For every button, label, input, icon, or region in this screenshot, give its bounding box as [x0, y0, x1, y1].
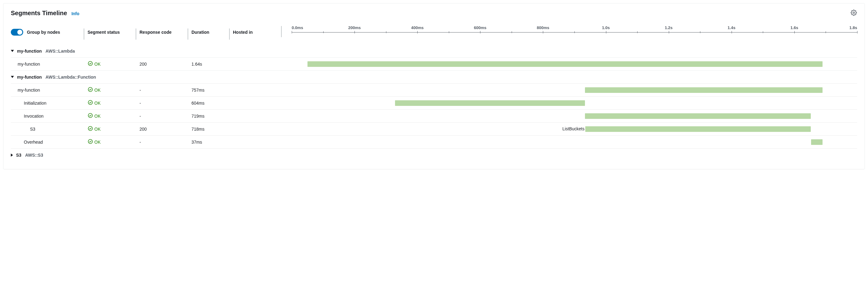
chevron-down-icon[interactable]: [11, 76, 14, 78]
segment-status-cell: OK: [88, 87, 140, 93]
ruler-tick-label: 1.6s: [790, 25, 798, 30]
ruler-tick-label: 800ms: [537, 25, 549, 30]
segment-row[interactable]: S3OK200718msListBuckets: [11, 123, 857, 136]
segment-row[interactable]: InitializationOK-604ms: [11, 96, 857, 110]
ruler-tick-label: 1.4s: [727, 25, 735, 30]
ruler-tick: [417, 31, 417, 33]
timeline-ruler-area: 0.0ms200ms400ms600ms800ms1.0s1.2s1.4s1.6…: [285, 27, 857, 37]
bar-area: [292, 100, 857, 106]
check-circle-icon: [88, 100, 93, 106]
check-circle-icon: [88, 61, 93, 67]
ruler-minor-tick: [323, 31, 323, 33]
timeline-bar: [811, 139, 823, 145]
segment-status-cell: OK: [88, 61, 140, 67]
columns-header-row: Group by nodes Segment status Response c…: [11, 25, 857, 39]
timeline-bar: [585, 87, 823, 93]
group-name: my-function: [17, 75, 42, 80]
segment-status-cell: OK: [88, 113, 140, 119]
status-ok: OK: [88, 87, 100, 93]
group-header[interactable]: my-functionAWS::Lambda::Function: [11, 70, 857, 84]
segment-duration-cell: 757ms: [191, 88, 233, 93]
ruler-tick-label: 0.0ms: [292, 25, 303, 30]
segment-bar-cell: [285, 113, 857, 119]
check-circle-icon: [88, 113, 93, 119]
status-text: OK: [94, 62, 100, 66]
timeline-bar: [585, 113, 811, 119]
segment-name: Overhead: [18, 140, 43, 145]
bar-area: [292, 87, 857, 93]
segment-name-cell: my-function: [11, 62, 88, 66]
segment-row[interactable]: OverheadOK-37ms: [11, 136, 857, 149]
segment-bar-cell: [285, 87, 857, 93]
group-header[interactable]: my-functionAWS::Lambda: [11, 45, 857, 58]
segment-row[interactable]: my-functionOK2001.64s: [11, 58, 857, 70]
column-header-duration: Duration: [191, 30, 233, 35]
segment-name-cell: my-function: [11, 88, 88, 93]
status-text: OK: [94, 114, 100, 119]
segment-bar-cell: [285, 100, 857, 106]
timeline-bar: [395, 100, 585, 106]
segment-row[interactable]: my-functionOK-757ms: [11, 84, 857, 96]
ruler-tick: [669, 31, 669, 33]
segment-duration-cell: 719ms: [191, 114, 233, 119]
ruler-tick-label: 600ms: [474, 25, 486, 30]
chevron-right-icon[interactable]: [11, 153, 13, 157]
segment-bar-cell: ListBuckets: [285, 126, 857, 132]
status-ok: OK: [88, 126, 100, 132]
info-link[interactable]: Info: [71, 11, 80, 16]
ruler-minor-tick: [637, 31, 638, 33]
group-name: S3: [16, 153, 21, 157]
segment-name: my-function: [18, 88, 40, 93]
panel-title-wrap: Segments Timeline Info: [11, 9, 80, 17]
ruler-minor-tick: [386, 31, 386, 33]
ruler-tick: [354, 31, 355, 33]
status-text: OK: [94, 88, 100, 93]
segment-name-cell: Invocation: [11, 114, 88, 119]
segment-duration-cell: 718ms: [191, 126, 233, 132]
ruler-tick-label: 1.2s: [665, 25, 673, 30]
column-header-hosted: Hosted in: [233, 30, 285, 35]
segment-code-cell: 200: [140, 126, 191, 132]
segment-row[interactable]: InvocationOK-719ms: [11, 110, 857, 123]
ruler-tick: [606, 31, 606, 33]
group-by-label: Group by nodes: [27, 30, 60, 35]
segment-name: Initialization: [18, 100, 46, 106]
status-ok: OK: [88, 139, 100, 145]
group-type: AWS::Lambda: [45, 49, 75, 54]
ruler-tick-label: 400ms: [411, 25, 424, 30]
ruler-tick-label: 1.8s: [849, 25, 857, 30]
group-by-control: Group by nodes: [11, 29, 88, 36]
ruler-minor-tick: [826, 31, 826, 33]
segment-name: Invocation: [18, 114, 43, 119]
group-header[interactable]: S3AWS::S3: [11, 149, 857, 162]
ruler-tick: [543, 31, 543, 33]
status-ok: OK: [88, 100, 100, 106]
settings-button[interactable]: [850, 10, 857, 17]
ruler-tick: [732, 31, 732, 33]
bar-area: ListBuckets: [292, 126, 857, 132]
check-circle-icon: [88, 126, 93, 132]
timeline-bar: [308, 61, 823, 67]
segment-duration-cell: 37ms: [191, 140, 233, 145]
check-circle-icon: [88, 139, 93, 145]
status-text: OK: [94, 126, 100, 132]
segment-code-cell: -: [140, 100, 191, 106]
bar-area: [292, 139, 857, 145]
group-by-toggle[interactable]: [11, 29, 23, 36]
chevron-down-icon[interactable]: [11, 50, 14, 52]
group-type: AWS::S3: [25, 153, 43, 157]
segment-status-cell: OK: [88, 100, 140, 106]
segment-bar-cell: [285, 61, 857, 67]
ruler-tick: [857, 31, 858, 33]
status-ok: OK: [88, 113, 100, 119]
segments-timeline-panel: Segments Timeline Info Group by nodes Se…: [3, 3, 865, 169]
ruler-minor-tick: [575, 31, 575, 33]
bar-label: ListBuckets: [562, 126, 585, 132]
timeline-bar: [585, 126, 811, 132]
bar-area: [292, 113, 857, 119]
segment-code-cell: -: [140, 88, 191, 93]
segment-name: S3: [18, 126, 35, 132]
ruler-tick: [292, 31, 292, 33]
bar-area: [292, 61, 857, 67]
segment-duration-cell: 604ms: [191, 100, 233, 106]
